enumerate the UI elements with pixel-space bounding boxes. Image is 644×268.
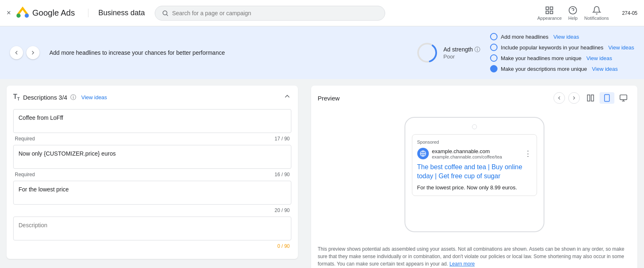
ad-strength-label: Ad strength ⓘ (444, 46, 481, 54)
search-container (155, 6, 385, 21)
suggestion-text-2: Make your headlines more unique (501, 55, 581, 61)
appearance-button[interactable]: Appearance (537, 6, 562, 21)
description-count-3: 0 / 90 (277, 243, 290, 249)
ad-strength-section: Ad strength ⓘ Poor (416, 41, 481, 64)
account-counter: 274-05 (622, 10, 637, 16)
preview-prev-button[interactable] (553, 92, 565, 104)
descriptions-title: TT Descriptions 3/4 ⓘ View ideas (13, 93, 107, 101)
description-meta-0: Required 17 / 90 (13, 136, 291, 142)
descriptions-header: TT Descriptions 3/4 ⓘ View ideas (13, 92, 291, 103)
search-box (155, 6, 385, 21)
descriptions-collapse-button[interactable] (283, 92, 291, 103)
ad-description-text: For the lowest price. Now only 8.99 euro… (417, 184, 532, 191)
close-button[interactable]: × (7, 9, 11, 17)
suggestion-item-0: Add more headlines View ideas (490, 33, 634, 40)
text-format-icon: TT (13, 93, 20, 101)
description-field-1: Required 16 / 90 (13, 145, 291, 177)
description-input-0[interactable] (13, 109, 291, 133)
ad-strength-info: Ad strength ⓘ Poor (444, 46, 481, 60)
ad-strength-value: Poor (444, 54, 481, 60)
ad-strength-help-icon[interactable]: ⓘ (474, 46, 480, 53)
banner-prev-button[interactable] (10, 46, 23, 59)
view-ideas-link-0[interactable]: View ideas (553, 34, 579, 40)
view-ideas-link-1[interactable]: View ideas (608, 44, 634, 51)
description-field-3: 0 / 90 (13, 217, 291, 249)
banner-suggestions: Add more headlines View ideas Include po… (490, 33, 634, 72)
brand-domain: example.channable.com (432, 148, 502, 154)
app-name-label: Google Ads (33, 8, 75, 18)
sponsored-label: Sponsored (417, 140, 532, 144)
suggestion-circle-1 (490, 44, 498, 51)
mobile-view-button[interactable] (600, 92, 614, 104)
left-panel: TT Descriptions 3/4 ⓘ View ideas Require… (0, 79, 305, 268)
banner-next-button[interactable] (26, 46, 40, 59)
chevron-up-icon (283, 92, 291, 100)
brand-url: example.channable.com/coffee/tea (432, 154, 502, 159)
svg-point-0 (16, 14, 21, 18)
description-field-0: Required 17 / 90 (13, 109, 291, 142)
svg-point-2 (163, 11, 167, 15)
descriptions-card: TT Descriptions 3/4 ⓘ View ideas Require… (7, 86, 298, 259)
description-input-3[interactable] (13, 217, 291, 240)
columns-view-button[interactable] (583, 92, 598, 104)
view-ideas-link-2[interactable]: View ideas (586, 55, 612, 61)
svg-rect-5 (550, 7, 553, 9)
descriptions-view-ideas-link[interactable]: View ideas (81, 94, 107, 100)
svg-rect-12 (588, 95, 590, 101)
mobile-device: Sponsored example.channabl (405, 117, 544, 232)
main-content: Add more headlines to increase your chan… (0, 26, 644, 268)
suggestion-item-2: Make your headlines more unique View ide… (490, 54, 634, 62)
descriptions-count-label: Descriptions 3/4 (23, 94, 67, 101)
ad-menu-button[interactable]: ⋮ (524, 149, 532, 158)
svg-rect-13 (591, 95, 594, 101)
view-ideas-link-3[interactable]: View ideas (592, 66, 618, 72)
appearance-icon (545, 6, 554, 15)
view-toggle (583, 92, 631, 104)
preview-chevron-left-icon (556, 95, 562, 101)
ad-card: Sponsored example.channabl (412, 134, 537, 196)
preview-chevron-right-icon (571, 95, 577, 101)
description-input-1[interactable] (13, 145, 291, 169)
preview-next-button[interactable] (568, 92, 580, 104)
brand-icon (417, 148, 429, 159)
banner-message: Add more headlines to increase your chan… (49, 49, 406, 56)
svg-rect-16 (620, 95, 627, 100)
content-area: TT Descriptions 3/4 ⓘ View ideas Require… (0, 79, 644, 268)
device-notch (472, 124, 477, 129)
suggestion-circle-2 (490, 54, 498, 62)
suggestion-text-3: Make your descriptions more unique (501, 66, 587, 72)
description-meta-2: 20 / 90 (13, 207, 291, 213)
descriptions-help-icon[interactable]: ⓘ (70, 94, 76, 101)
desktop-view-button[interactable] (616, 92, 631, 104)
description-input-2[interactable] (13, 181, 291, 205)
suggestion-circle-3 (490, 65, 498, 72)
suggestion-item-3: Make your descriptions more unique View … (490, 65, 634, 72)
banner-navigation (10, 46, 40, 59)
help-button[interactable]: Help (568, 6, 578, 21)
notifications-label: Notifications (584, 16, 609, 21)
app-logo: Google Ads (16, 7, 75, 20)
page-title: Business data (88, 9, 145, 17)
search-input[interactable] (172, 10, 378, 16)
header-actions: Appearance Help Notifications 274-05 (537, 6, 637, 21)
help-icon (568, 6, 577, 15)
description-required-1: Required (15, 172, 35, 177)
right-panel: Preview (305, 79, 644, 268)
ad-headline: The best coffee and tea | Buy online tod… (417, 163, 532, 181)
appearance-label: Appearance (537, 16, 562, 21)
learn-more-link[interactable]: Learn more (449, 261, 474, 267)
columns-icon (586, 94, 595, 102)
chevron-right-icon (30, 49, 36, 56)
bell-icon (592, 6, 601, 15)
notifications-button[interactable]: Notifications (584, 6, 609, 21)
preview-card: Preview (311, 86, 637, 268)
mobile-preview-container: Sponsored example.channabl (318, 110, 631, 239)
globe-icon (420, 150, 426, 157)
svg-line-3 (167, 14, 168, 16)
description-count-0: 17 / 90 (274, 136, 290, 142)
google-ads-icon (16, 7, 29, 20)
preview-note: This preview shows potential ads assembl… (318, 245, 631, 268)
desktop-icon (619, 94, 628, 102)
svg-rect-4 (546, 7, 549, 9)
description-count-2: 20 / 90 (274, 207, 290, 213)
